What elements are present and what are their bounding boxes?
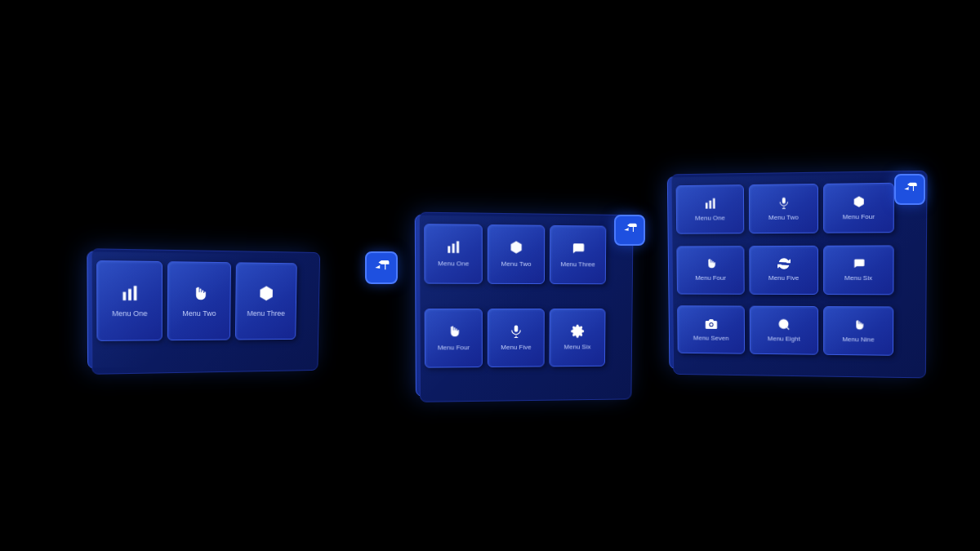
- gear-icon: [570, 324, 585, 341]
- menu-item-menu-five[interactable]: Menu Five: [749, 245, 818, 294]
- menu-item-label: Menu Two: [768, 213, 799, 221]
- menu-item-menu-four[interactable]: Menu Four: [425, 309, 483, 368]
- svg-rect-1: [128, 289, 131, 300]
- chat-icon: [852, 257, 865, 273]
- menu-item-menu-eight[interactable]: Menu Eight: [750, 306, 818, 355]
- search-icon: [777, 318, 791, 334]
- camera-icon: [705, 318, 718, 333]
- menu-item-menu-five[interactable]: Menu Five: [488, 309, 545, 367]
- menu-item-label: Menu Three: [560, 260, 595, 269]
- pin-icon-large: [898, 178, 922, 202]
- cube-icon: [257, 285, 274, 306]
- svg-rect-7: [705, 202, 707, 208]
- menu-item-menu-seven[interactable]: Menu Seven: [677, 306, 745, 354]
- menu-item-label: Menu One: [112, 309, 147, 318]
- menu-item-label: Menu One: [438, 260, 469, 268]
- bar-chart-icon: [121, 284, 140, 306]
- panel-medium: Menu OneMenu TwoMenu ThreeMenu FourMenu …: [415, 215, 628, 397]
- svg-rect-10: [782, 198, 785, 203]
- menu-item-menu-six[interactable]: Menu Six: [549, 309, 605, 367]
- pin-button-large[interactable]: [894, 174, 925, 205]
- menu-item-label: Menu Four: [695, 274, 726, 282]
- hand-icon: [704, 258, 717, 273]
- mic-icon: [509, 324, 523, 341]
- hand-icon: [446, 324, 461, 341]
- menu-item-menu-two[interactable]: Menu Two: [488, 224, 545, 284]
- menu-item-label: Menu Five: [501, 344, 531, 352]
- svg-rect-9: [712, 198, 715, 209]
- menu-item-label: Menu One: [695, 214, 725, 222]
- menu-item-label: Menu Six: [844, 274, 872, 282]
- refresh-icon: [777, 257, 791, 273]
- menu-item-menu-one[interactable]: Menu One: [424, 224, 483, 284]
- menu-item-menu-six[interactable]: Menu Six: [823, 245, 894, 295]
- menu-item-label: Menu Five: [768, 274, 799, 282]
- menu-item-label: Menu Nine: [842, 335, 874, 344]
- bar-chart-icon: [703, 197, 716, 212]
- pin-button-small[interactable]: [365, 251, 398, 284]
- svg-rect-6: [514, 326, 519, 332]
- menu-item-menu-three[interactable]: Menu Three: [550, 225, 606, 284]
- menu-item-menu-three[interactable]: Menu Three: [235, 262, 297, 340]
- mic-icon: [777, 196, 790, 211]
- bar-chart-icon: [446, 240, 461, 258]
- pin-button-medium[interactable]: [614, 215, 645, 246]
- panel-large: Menu OneMenu TwoMenu FourMenu FourMenu F…: [667, 173, 922, 372]
- menu-item-label: Menu Eight: [768, 335, 800, 343]
- svg-rect-8: [709, 200, 711, 208]
- svg-rect-4: [452, 244, 455, 253]
- menu-item-label: Menu Four: [438, 344, 470, 352]
- menu-item-menu-one[interactable]: Menu One: [96, 260, 163, 341]
- menu-item-label: Menu Seven: [693, 335, 729, 343]
- menu-item-menu-two[interactable]: Menu Two: [749, 184, 818, 233]
- svg-point-13: [779, 320, 788, 329]
- pin-icon-small: [368, 255, 394, 281]
- chat-icon: [571, 241, 586, 258]
- menu-item-label: Menu Three: [247, 309, 285, 318]
- cube-icon: [509, 241, 523, 258]
- hand-icon: [190, 284, 208, 305]
- menu-item-label: Menu Two: [501, 260, 532, 269]
- cube-icon: [852, 195, 865, 211]
- svg-rect-5: [457, 242, 459, 254]
- svg-rect-3: [448, 247, 450, 253]
- svg-rect-0: [122, 291, 126, 300]
- menu-item-menu-four[interactable]: Menu Four: [823, 183, 894, 233]
- menu-item-menu-nine[interactable]: Menu Nine: [823, 306, 893, 356]
- pin-icon-medium: [618, 219, 642, 242]
- menu-item-menu-four2[interactable]: Menu Four: [676, 246, 744, 295]
- hand-icon: [852, 318, 865, 334]
- menu-item-menu-one[interactable]: Menu One: [676, 184, 745, 234]
- menu-item-label: Menu Two: [182, 309, 216, 318]
- menu-item-label: Menu Four: [843, 213, 875, 221]
- panel-small: Menu OneMenu TwoMenu Three: [87, 251, 314, 369]
- menu-item-label: Menu Six: [564, 344, 591, 352]
- svg-rect-2: [134, 286, 137, 300]
- menu-item-menu-two[interactable]: Menu Two: [167, 261, 231, 340]
